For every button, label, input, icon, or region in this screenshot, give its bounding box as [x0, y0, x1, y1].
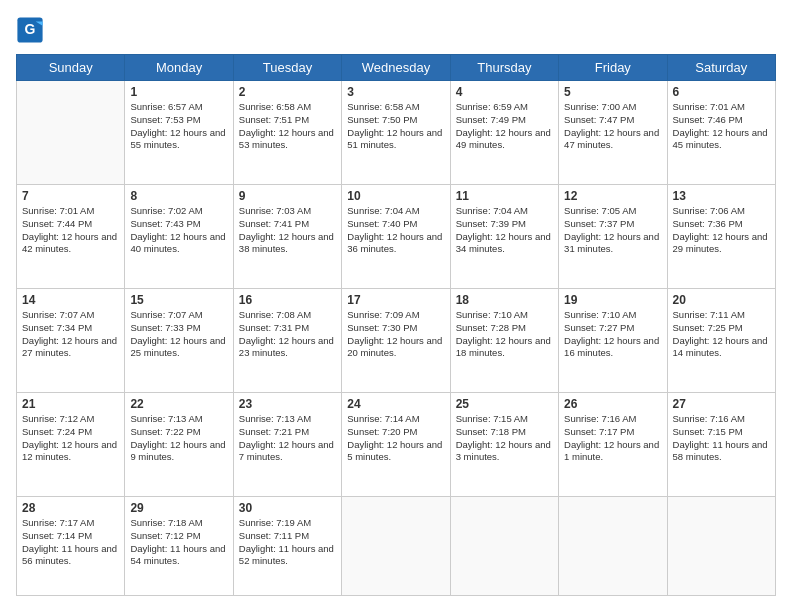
week-row-2: 14Sunrise: 7:07 AM Sunset: 7:34 PM Dayli… [17, 288, 776, 392]
day-info: Sunrise: 7:10 AM Sunset: 7:28 PM Dayligh… [456, 309, 553, 360]
day-number: 16 [239, 293, 336, 307]
calendar-table: SundayMondayTuesdayWednesdayThursdayFrid… [16, 54, 776, 596]
day-number: 2 [239, 85, 336, 99]
day-number: 1 [130, 85, 227, 99]
day-number: 20 [673, 293, 770, 307]
day-number: 29 [130, 501, 227, 515]
week-row-1: 7Sunrise: 7:01 AM Sunset: 7:44 PM Daylig… [17, 184, 776, 288]
day-number: 18 [456, 293, 553, 307]
calendar-cell: 28Sunrise: 7:17 AM Sunset: 7:14 PM Dayli… [17, 496, 125, 595]
calendar-cell: 10Sunrise: 7:04 AM Sunset: 7:40 PM Dayli… [342, 184, 450, 288]
calendar-cell: 22Sunrise: 7:13 AM Sunset: 7:22 PM Dayli… [125, 392, 233, 496]
header: G [16, 16, 776, 44]
calendar-cell: 29Sunrise: 7:18 AM Sunset: 7:12 PM Dayli… [125, 496, 233, 595]
day-info: Sunrise: 7:06 AM Sunset: 7:36 PM Dayligh… [673, 205, 770, 256]
day-number: 19 [564, 293, 661, 307]
calendar-cell: 3Sunrise: 6:58 AM Sunset: 7:50 PM Daylig… [342, 81, 450, 185]
calendar-cell: 13Sunrise: 7:06 AM Sunset: 7:36 PM Dayli… [667, 184, 775, 288]
day-info: Sunrise: 7:01 AM Sunset: 7:44 PM Dayligh… [22, 205, 119, 256]
day-number: 4 [456, 85, 553, 99]
calendar-cell [342, 496, 450, 595]
calendar-cell: 20Sunrise: 7:11 AM Sunset: 7:25 PM Dayli… [667, 288, 775, 392]
day-info: Sunrise: 7:17 AM Sunset: 7:14 PM Dayligh… [22, 517, 119, 568]
header-row: SundayMondayTuesdayWednesdayThursdayFrid… [17, 55, 776, 81]
calendar-cell [667, 496, 775, 595]
day-info: Sunrise: 7:13 AM Sunset: 7:21 PM Dayligh… [239, 413, 336, 464]
calendar-cell: 30Sunrise: 7:19 AM Sunset: 7:11 PM Dayli… [233, 496, 341, 595]
day-info: Sunrise: 7:16 AM Sunset: 7:17 PM Dayligh… [564, 413, 661, 464]
day-number: 6 [673, 85, 770, 99]
header-cell-friday: Friday [559, 55, 667, 81]
page: G SundayMondayTuesdayWednesdayThursdayFr… [0, 0, 792, 612]
day-number: 22 [130, 397, 227, 411]
day-number: 25 [456, 397, 553, 411]
day-info: Sunrise: 7:18 AM Sunset: 7:12 PM Dayligh… [130, 517, 227, 568]
calendar-cell [559, 496, 667, 595]
calendar-cell: 4Sunrise: 6:59 AM Sunset: 7:49 PM Daylig… [450, 81, 558, 185]
day-number: 27 [673, 397, 770, 411]
day-info: Sunrise: 7:08 AM Sunset: 7:31 PM Dayligh… [239, 309, 336, 360]
day-number: 8 [130, 189, 227, 203]
logo-icon: G [16, 16, 44, 44]
day-info: Sunrise: 7:16 AM Sunset: 7:15 PM Dayligh… [673, 413, 770, 464]
day-info: Sunrise: 7:09 AM Sunset: 7:30 PM Dayligh… [347, 309, 444, 360]
calendar-cell: 23Sunrise: 7:13 AM Sunset: 7:21 PM Dayli… [233, 392, 341, 496]
calendar-cell: 2Sunrise: 6:58 AM Sunset: 7:51 PM Daylig… [233, 81, 341, 185]
day-info: Sunrise: 7:13 AM Sunset: 7:22 PM Dayligh… [130, 413, 227, 464]
day-number: 30 [239, 501, 336, 515]
calendar-cell: 12Sunrise: 7:05 AM Sunset: 7:37 PM Dayli… [559, 184, 667, 288]
header-cell-wednesday: Wednesday [342, 55, 450, 81]
header-cell-saturday: Saturday [667, 55, 775, 81]
calendar-cell [450, 496, 558, 595]
header-cell-sunday: Sunday [17, 55, 125, 81]
day-info: Sunrise: 7:11 AM Sunset: 7:25 PM Dayligh… [673, 309, 770, 360]
day-number: 15 [130, 293, 227, 307]
day-number: 21 [22, 397, 119, 411]
day-number: 24 [347, 397, 444, 411]
day-info: Sunrise: 7:07 AM Sunset: 7:33 PM Dayligh… [130, 309, 227, 360]
calendar-cell: 24Sunrise: 7:14 AM Sunset: 7:20 PM Dayli… [342, 392, 450, 496]
svg-text:G: G [25, 21, 36, 37]
day-number: 14 [22, 293, 119, 307]
calendar-cell: 14Sunrise: 7:07 AM Sunset: 7:34 PM Dayli… [17, 288, 125, 392]
day-number: 28 [22, 501, 119, 515]
day-number: 5 [564, 85, 661, 99]
calendar-cell: 25Sunrise: 7:15 AM Sunset: 7:18 PM Dayli… [450, 392, 558, 496]
day-number: 17 [347, 293, 444, 307]
day-info: Sunrise: 7:07 AM Sunset: 7:34 PM Dayligh… [22, 309, 119, 360]
day-info: Sunrise: 7:02 AM Sunset: 7:43 PM Dayligh… [130, 205, 227, 256]
day-number: 13 [673, 189, 770, 203]
day-info: Sunrise: 7:00 AM Sunset: 7:47 PM Dayligh… [564, 101, 661, 152]
day-info: Sunrise: 7:12 AM Sunset: 7:24 PM Dayligh… [22, 413, 119, 464]
week-row-3: 21Sunrise: 7:12 AM Sunset: 7:24 PM Dayli… [17, 392, 776, 496]
day-info: Sunrise: 7:01 AM Sunset: 7:46 PM Dayligh… [673, 101, 770, 152]
calendar-cell: 15Sunrise: 7:07 AM Sunset: 7:33 PM Dayli… [125, 288, 233, 392]
day-info: Sunrise: 7:14 AM Sunset: 7:20 PM Dayligh… [347, 413, 444, 464]
day-info: Sunrise: 7:15 AM Sunset: 7:18 PM Dayligh… [456, 413, 553, 464]
calendar-cell: 11Sunrise: 7:04 AM Sunset: 7:39 PM Dayli… [450, 184, 558, 288]
week-row-0: 1Sunrise: 6:57 AM Sunset: 7:53 PM Daylig… [17, 81, 776, 185]
calendar-cell: 8Sunrise: 7:02 AM Sunset: 7:43 PM Daylig… [125, 184, 233, 288]
day-info: Sunrise: 6:57 AM Sunset: 7:53 PM Dayligh… [130, 101, 227, 152]
day-number: 7 [22, 189, 119, 203]
calendar-cell: 6Sunrise: 7:01 AM Sunset: 7:46 PM Daylig… [667, 81, 775, 185]
calendar-cell: 21Sunrise: 7:12 AM Sunset: 7:24 PM Dayli… [17, 392, 125, 496]
day-number: 12 [564, 189, 661, 203]
day-info: Sunrise: 6:58 AM Sunset: 7:50 PM Dayligh… [347, 101, 444, 152]
header-cell-tuesday: Tuesday [233, 55, 341, 81]
day-info: Sunrise: 7:19 AM Sunset: 7:11 PM Dayligh… [239, 517, 336, 568]
logo: G [16, 16, 48, 44]
header-cell-monday: Monday [125, 55, 233, 81]
calendar-cell: 7Sunrise: 7:01 AM Sunset: 7:44 PM Daylig… [17, 184, 125, 288]
calendar-cell: 19Sunrise: 7:10 AM Sunset: 7:27 PM Dayli… [559, 288, 667, 392]
day-info: Sunrise: 7:04 AM Sunset: 7:39 PM Dayligh… [456, 205, 553, 256]
calendar-cell: 16Sunrise: 7:08 AM Sunset: 7:31 PM Dayli… [233, 288, 341, 392]
day-info: Sunrise: 7:05 AM Sunset: 7:37 PM Dayligh… [564, 205, 661, 256]
day-info: Sunrise: 7:04 AM Sunset: 7:40 PM Dayligh… [347, 205, 444, 256]
header-cell-thursday: Thursday [450, 55, 558, 81]
day-number: 3 [347, 85, 444, 99]
calendar-cell: 17Sunrise: 7:09 AM Sunset: 7:30 PM Dayli… [342, 288, 450, 392]
calendar-cell: 9Sunrise: 7:03 AM Sunset: 7:41 PM Daylig… [233, 184, 341, 288]
day-number: 11 [456, 189, 553, 203]
day-number: 10 [347, 189, 444, 203]
